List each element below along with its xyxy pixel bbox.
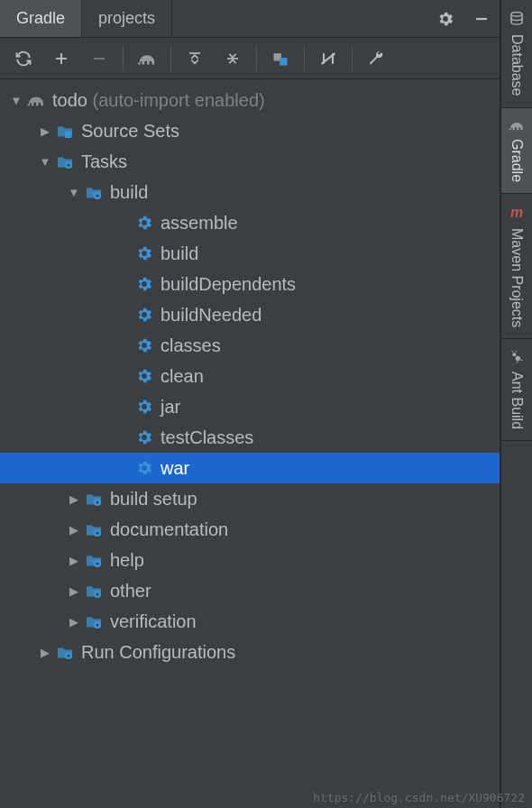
expand-all-icon: [187, 50, 203, 67]
tree-node-tasks[interactable]: ▼ Tasks: [0, 146, 500, 177]
gear-icon: [133, 214, 155, 232]
tree-node-label: Source Sets: [81, 121, 179, 142]
tree-node-verification[interactable]: ▶ verification: [0, 606, 500, 637]
tree-node-help[interactable]: ▶ help: [0, 545, 500, 575]
remove-button[interactable]: [81, 42, 117, 75]
svg-point-30: [516, 355, 520, 360]
tree-node-task[interactable]: ▶ jar: [0, 391, 500, 422]
add-button[interactable]: [43, 42, 79, 75]
tree-node-task[interactable]: ▶ testClasses: [0, 422, 500, 453]
tree-node-label: buildDependents: [161, 274, 296, 295]
chevron-right-icon: ▶: [65, 492, 83, 506]
elephant-icon: [509, 119, 525, 132]
tree-node-task[interactable]: ▶ buildNeeded: [0, 299, 500, 330]
tree-node-task[interactable]: ▶ assemble: [0, 207, 500, 238]
gradle-panel: Gradle projects: [0, 0, 500, 808]
expand-all-button[interactable]: [177, 42, 213, 75]
tree-node-label: assemble: [161, 213, 238, 234]
svg-point-23: [96, 592, 98, 595]
refresh-button[interactable]: [5, 42, 41, 75]
svg-point-28: [511, 13, 522, 17]
gear-icon: [133, 398, 155, 416]
tree-node-label: Tasks: [81, 152, 127, 172]
svg-point-27: [67, 654, 69, 656]
wrench-icon: [367, 50, 385, 68]
sidebar-tab-ant[interactable]: Ant Build: [501, 339, 532, 441]
elephant-icon: [25, 93, 47, 107]
chevron-right-icon: ▶: [36, 124, 54, 138]
svg-point-19: [96, 531, 98, 534]
gradle-tree[interactable]: ▼ todo (auto-import enabled) ▶ Source Se…: [0, 79, 500, 808]
tree-node-task[interactable]: ▶ clean: [0, 361, 500, 391]
chevron-down-icon: ▼: [65, 186, 83, 199]
chevron-down-icon: ▼: [36, 155, 54, 169]
sidebar-tab-label: Gradle: [509, 139, 525, 182]
hide-button[interactable]: [463, 0, 500, 37]
sidebar-tab-gradle[interactable]: Gradle: [501, 108, 532, 194]
folder-gear-icon: [83, 614, 105, 629]
svg-line-34: [520, 359, 523, 360]
svg-point-15: [96, 194, 98, 197]
tree-node-task[interactable]: ▶ build: [0, 238, 500, 269]
tree-node-build-setup[interactable]: ▶ build setup: [0, 483, 500, 514]
tree-node-source-sets[interactable]: ▶ Source Sets: [0, 115, 500, 146]
tree-node-label: classes: [161, 335, 221, 356]
elephant-icon: [137, 50, 157, 67]
offline-mode-icon: [271, 50, 289, 67]
folder-gear-icon: [83, 185, 105, 199]
tree-node-label: build: [161, 243, 198, 264]
gear-icon: [133, 428, 155, 446]
tree-node-other[interactable]: ▶ other: [0, 575, 500, 606]
sidebar-tab-label: Maven Projects: [509, 228, 525, 327]
gear-icon: [133, 336, 155, 354]
svg-line-32: [516, 350, 517, 352]
tree-node-root[interactable]: ▼ todo (auto-import enabled): [0, 85, 500, 115]
collapse-all-icon: [225, 50, 241, 67]
execute-task-button[interactable]: [129, 42, 165, 75]
tab-gradle[interactable]: Gradle: [0, 0, 82, 37]
gradle-toolbar: [0, 38, 500, 79]
svg-rect-11: [65, 132, 71, 138]
minus-icon: [91, 50, 107, 67]
svg-point-13: [67, 163, 69, 166]
tree-node-build-group[interactable]: ▼ build: [0, 177, 500, 207]
svg-point-25: [96, 623, 98, 626]
svg-line-31: [512, 350, 513, 352]
gear-icon: [133, 244, 155, 262]
svg-point-29: [512, 353, 516, 356]
toggle-offline-button[interactable]: [262, 42, 298, 75]
tree-node-label: testClasses: [161, 427, 253, 448]
toggle-skip-tests-button[interactable]: [310, 42, 346, 75]
gradle-settings-button[interactable]: [358, 42, 394, 75]
tree-node-label: clean: [161, 366, 204, 387]
refresh-icon: [14, 50, 32, 68]
tree-node-run-configs[interactable]: ▶ Run Configurations: [0, 637, 500, 667]
tree-node-label: documentation: [110, 519, 228, 540]
sidebar-tab-database[interactable]: Database: [501, 0, 532, 108]
gear-icon: [133, 275, 155, 293]
settings-button[interactable]: [427, 0, 463, 37]
svg-point-17: [96, 500, 98, 503]
ant-icon: [509, 350, 524, 364]
chevron-right-icon: ▶: [65, 554, 83, 567]
tree-node-label: war: [161, 458, 189, 479]
folder-gear-icon: [54, 645, 76, 659]
chevron-down-icon: ▼: [7, 94, 25, 107]
maven-icon: m: [510, 205, 523, 221]
gear-icon: [436, 10, 454, 28]
database-icon: [509, 11, 525, 27]
collapse-all-button[interactable]: [215, 42, 251, 75]
tree-node-label: build setup: [110, 489, 197, 510]
skip-tests-icon: [319, 50, 337, 67]
chevron-right-icon: ▶: [65, 615, 83, 629]
chevron-right-icon: ▶: [65, 523, 83, 537]
tree-node-label: help: [110, 550, 144, 571]
tree-node-task-selected[interactable]: ▶ war: [0, 453, 500, 483]
sidebar-tab-label: Ant Build: [509, 372, 525, 429]
sidebar-tab-maven[interactable]: m Maven Projects: [501, 194, 532, 339]
tree-node-task[interactable]: ▶ buildDependents: [0, 269, 500, 299]
tab-projects[interactable]: projects: [82, 0, 172, 37]
tree-node-task[interactable]: ▶ classes: [0, 330, 500, 361]
tree-node-documentation[interactable]: ▶ documentation: [0, 514, 500, 545]
watermark: https://blog.csdn.net/XU906722: [313, 791, 525, 804]
